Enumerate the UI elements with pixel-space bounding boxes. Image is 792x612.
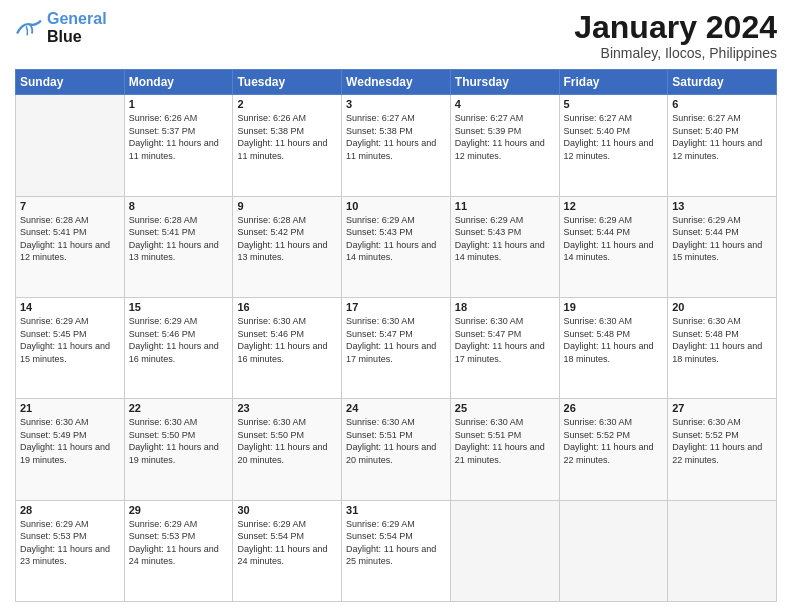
day-info: Sunrise: 6:30 AMSunset: 5:50 PMDaylight:…: [237, 416, 337, 466]
calendar-cell: 1Sunrise: 6:26 AMSunset: 5:37 PMDaylight…: [124, 95, 233, 196]
day-number: 16: [237, 301, 337, 313]
day-number: 11: [455, 200, 555, 212]
day-number: 28: [20, 504, 120, 516]
logo-bird-icon: [15, 17, 43, 39]
calendar-header-sunday: Sunday: [16, 70, 125, 95]
day-info: Sunrise: 6:30 AMSunset: 5:49 PMDaylight:…: [20, 416, 120, 466]
calendar-cell: 5Sunrise: 6:27 AMSunset: 5:40 PMDaylight…: [559, 95, 668, 196]
day-number: 13: [672, 200, 772, 212]
calendar-table: SundayMondayTuesdayWednesdayThursdayFrid…: [15, 69, 777, 602]
calendar-cell: 21Sunrise: 6:30 AMSunset: 5:49 PMDayligh…: [16, 399, 125, 500]
day-info: Sunrise: 6:30 AMSunset: 5:51 PMDaylight:…: [455, 416, 555, 466]
day-number: 31: [346, 504, 446, 516]
day-number: 19: [564, 301, 664, 313]
day-number: 8: [129, 200, 229, 212]
calendar-cell: 19Sunrise: 6:30 AMSunset: 5:48 PMDayligh…: [559, 297, 668, 398]
day-number: 21: [20, 402, 120, 414]
day-number: 3: [346, 98, 446, 110]
day-info: Sunrise: 6:27 AMSunset: 5:38 PMDaylight:…: [346, 112, 446, 162]
day-info: Sunrise: 6:29 AMSunset: 5:43 PMDaylight:…: [346, 214, 446, 264]
day-number: 6: [672, 98, 772, 110]
calendar-cell: 3Sunrise: 6:27 AMSunset: 5:38 PMDaylight…: [342, 95, 451, 196]
calendar-cell: 20Sunrise: 6:30 AMSunset: 5:48 PMDayligh…: [668, 297, 777, 398]
header: General Blue January 2024 Binmaley, Iloc…: [15, 10, 777, 61]
day-number: 24: [346, 402, 446, 414]
calendar-header-wednesday: Wednesday: [342, 70, 451, 95]
logo: General Blue: [15, 10, 107, 47]
calendar-cell: 23Sunrise: 6:30 AMSunset: 5:50 PMDayligh…: [233, 399, 342, 500]
calendar-cell: 28Sunrise: 6:29 AMSunset: 5:53 PMDayligh…: [16, 500, 125, 601]
day-info: Sunrise: 6:30 AMSunset: 5:46 PMDaylight:…: [237, 315, 337, 365]
day-number: 5: [564, 98, 664, 110]
day-info: Sunrise: 6:30 AMSunset: 5:47 PMDaylight:…: [455, 315, 555, 365]
calendar-cell: 27Sunrise: 6:30 AMSunset: 5:52 PMDayligh…: [668, 399, 777, 500]
calendar-header-friday: Friday: [559, 70, 668, 95]
calendar-cell: 9Sunrise: 6:28 AMSunset: 5:42 PMDaylight…: [233, 196, 342, 297]
day-number: 9: [237, 200, 337, 212]
calendar-cell: 12Sunrise: 6:29 AMSunset: 5:44 PMDayligh…: [559, 196, 668, 297]
day-number: 25: [455, 402, 555, 414]
calendar-cell: 7Sunrise: 6:28 AMSunset: 5:41 PMDaylight…: [16, 196, 125, 297]
calendar-cell: 17Sunrise: 6:30 AMSunset: 5:47 PMDayligh…: [342, 297, 451, 398]
calendar-header-monday: Monday: [124, 70, 233, 95]
calendar-cell: 24Sunrise: 6:30 AMSunset: 5:51 PMDayligh…: [342, 399, 451, 500]
day-number: 10: [346, 200, 446, 212]
day-info: Sunrise: 6:27 AMSunset: 5:40 PMDaylight:…: [564, 112, 664, 162]
calendar-cell: 18Sunrise: 6:30 AMSunset: 5:47 PMDayligh…: [450, 297, 559, 398]
calendar-cell: 29Sunrise: 6:29 AMSunset: 5:53 PMDayligh…: [124, 500, 233, 601]
calendar-cell: 25Sunrise: 6:30 AMSunset: 5:51 PMDayligh…: [450, 399, 559, 500]
page: General Blue January 2024 Binmaley, Iloc…: [0, 0, 792, 612]
day-info: Sunrise: 6:30 AMSunset: 5:52 PMDaylight:…: [672, 416, 772, 466]
day-info: Sunrise: 6:30 AMSunset: 5:50 PMDaylight:…: [129, 416, 229, 466]
calendar-cell: 15Sunrise: 6:29 AMSunset: 5:46 PMDayligh…: [124, 297, 233, 398]
calendar-cell: 26Sunrise: 6:30 AMSunset: 5:52 PMDayligh…: [559, 399, 668, 500]
calendar-cell: 14Sunrise: 6:29 AMSunset: 5:45 PMDayligh…: [16, 297, 125, 398]
calendar-header-saturday: Saturday: [668, 70, 777, 95]
subtitle: Binmaley, Ilocos, Philippines: [574, 45, 777, 61]
day-info: Sunrise: 6:30 AMSunset: 5:48 PMDaylight:…: [564, 315, 664, 365]
day-info: Sunrise: 6:29 AMSunset: 5:53 PMDaylight:…: [129, 518, 229, 568]
day-number: 14: [20, 301, 120, 313]
day-number: 27: [672, 402, 772, 414]
day-number: 12: [564, 200, 664, 212]
calendar-cell: 31Sunrise: 6:29 AMSunset: 5:54 PMDayligh…: [342, 500, 451, 601]
calendar-cell: 10Sunrise: 6:29 AMSunset: 5:43 PMDayligh…: [342, 196, 451, 297]
day-number: 26: [564, 402, 664, 414]
day-info: Sunrise: 6:29 AMSunset: 5:45 PMDaylight:…: [20, 315, 120, 365]
day-number: 1: [129, 98, 229, 110]
day-info: Sunrise: 6:29 AMSunset: 5:46 PMDaylight:…: [129, 315, 229, 365]
calendar-cell: [559, 500, 668, 601]
calendar-cell: [668, 500, 777, 601]
day-info: Sunrise: 6:28 AMSunset: 5:42 PMDaylight:…: [237, 214, 337, 264]
calendar-cell: 2Sunrise: 6:26 AMSunset: 5:38 PMDaylight…: [233, 95, 342, 196]
day-info: Sunrise: 6:27 AMSunset: 5:39 PMDaylight:…: [455, 112, 555, 162]
day-info: Sunrise: 6:28 AMSunset: 5:41 PMDaylight:…: [129, 214, 229, 264]
calendar-cell: 8Sunrise: 6:28 AMSunset: 5:41 PMDaylight…: [124, 196, 233, 297]
day-number: 30: [237, 504, 337, 516]
day-info: Sunrise: 6:29 AMSunset: 5:54 PMDaylight:…: [237, 518, 337, 568]
day-info: Sunrise: 6:29 AMSunset: 5:54 PMDaylight:…: [346, 518, 446, 568]
day-number: 18: [455, 301, 555, 313]
day-info: Sunrise: 6:30 AMSunset: 5:48 PMDaylight:…: [672, 315, 772, 365]
day-number: 7: [20, 200, 120, 212]
day-info: Sunrise: 6:29 AMSunset: 5:44 PMDaylight:…: [672, 214, 772, 264]
day-number: 17: [346, 301, 446, 313]
calendar-cell: 11Sunrise: 6:29 AMSunset: 5:43 PMDayligh…: [450, 196, 559, 297]
calendar-cell: 13Sunrise: 6:29 AMSunset: 5:44 PMDayligh…: [668, 196, 777, 297]
day-info: Sunrise: 6:26 AMSunset: 5:37 PMDaylight:…: [129, 112, 229, 162]
day-info: Sunrise: 6:29 AMSunset: 5:44 PMDaylight:…: [564, 214, 664, 264]
calendar-cell: [450, 500, 559, 601]
day-number: 15: [129, 301, 229, 313]
calendar-cell: 6Sunrise: 6:27 AMSunset: 5:40 PMDaylight…: [668, 95, 777, 196]
calendar-header-thursday: Thursday: [450, 70, 559, 95]
day-number: 4: [455, 98, 555, 110]
day-number: 29: [129, 504, 229, 516]
day-info: Sunrise: 6:29 AMSunset: 5:43 PMDaylight:…: [455, 214, 555, 264]
calendar-cell: [16, 95, 125, 196]
calendar-header-tuesday: Tuesday: [233, 70, 342, 95]
title-block: January 2024 Binmaley, Ilocos, Philippin…: [574, 10, 777, 61]
logo-text: General Blue: [47, 10, 107, 47]
day-number: 20: [672, 301, 772, 313]
day-number: 23: [237, 402, 337, 414]
day-info: Sunrise: 6:30 AMSunset: 5:47 PMDaylight:…: [346, 315, 446, 365]
